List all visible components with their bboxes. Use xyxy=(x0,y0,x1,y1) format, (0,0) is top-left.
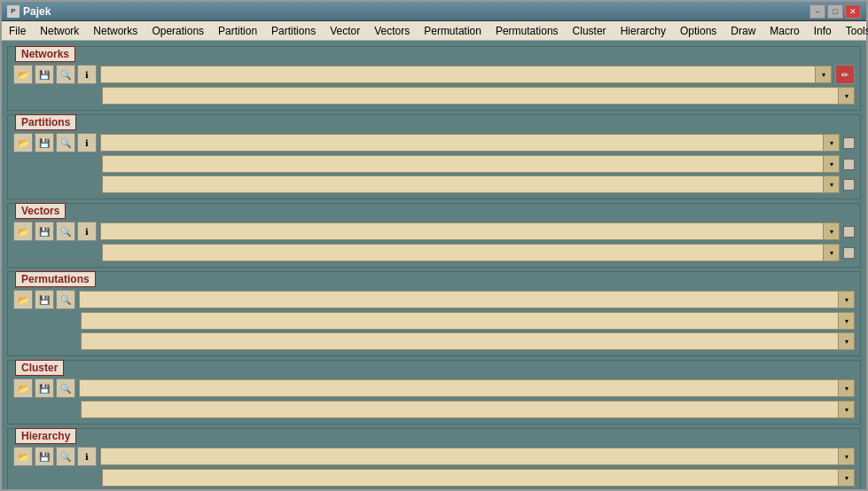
menu-file[interactable]: File xyxy=(2,21,33,40)
hierarchy-arrow2[interactable]: ▾ xyxy=(838,470,854,486)
permutations-icons: 📂 💾 🔍 xyxy=(13,290,75,309)
permutations-open-btn[interactable]: 📂 xyxy=(13,290,33,309)
maximize-button[interactable]: □ xyxy=(827,4,843,19)
vectors-label: Vectors xyxy=(15,203,66,219)
partitions-label: Partitions xyxy=(15,114,76,130)
partitions-main-row: 📂 💾 🔍 ℹ ▾ xyxy=(13,133,855,152)
permutations-arrow3[interactable]: ▾ xyxy=(838,333,854,349)
permutations-arrow1[interactable]: ▾ xyxy=(838,292,854,308)
permutations-search-btn[interactable]: 🔍 xyxy=(56,290,75,309)
cluster-arrow2[interactable]: ▾ xyxy=(838,401,854,417)
hierarchy-section: Hierarchy 📂 💾 🔍 ℹ ▾ ▾ xyxy=(7,428,861,489)
hierarchy-open-btn[interactable]: 📂 xyxy=(13,447,33,466)
hierarchy-body: 📂 💾 🔍 ℹ ▾ ▾ xyxy=(13,447,855,487)
menu-operations[interactable]: Operations xyxy=(145,21,211,40)
partitions-checkbox3[interactable] xyxy=(843,179,855,191)
permutations-dropdown1[interactable]: ▾ xyxy=(79,291,855,308)
vectors-arrow1[interactable]: ▾ xyxy=(823,223,839,239)
cluster-save-btn[interactable]: 💾 xyxy=(35,378,54,398)
partitions-search-btn[interactable]: 🔍 xyxy=(56,133,75,152)
vectors-dropdown2[interactable]: ▾ xyxy=(102,244,840,261)
networks-icons: 📂 💾 🔍 ℹ xyxy=(13,65,97,84)
menu-draw[interactable]: Draw xyxy=(723,21,762,40)
vectors-open-btn[interactable]: 📂 xyxy=(13,222,33,241)
hierarchy-save-btn[interactable]: 💾 xyxy=(35,447,54,466)
vectors-dropdown1[interactable]: ▾ xyxy=(100,222,840,240)
hierarchy-info-btn[interactable]: ℹ xyxy=(77,447,97,466)
vectors-save-btn[interactable]: 💾 xyxy=(35,222,54,241)
hierarchy-arrow1[interactable]: ▾ xyxy=(838,448,854,464)
partitions-checkbox1[interactable] xyxy=(843,137,855,149)
menu-vectors[interactable]: Vectors xyxy=(367,21,417,40)
menu-tools[interactable]: Tools xyxy=(839,21,868,40)
close-button[interactable]: ✕ xyxy=(845,4,861,19)
partitions-arrow1[interactable]: ▾ xyxy=(823,135,839,151)
permutations-row2: ▾ xyxy=(13,312,855,330)
app-icon: P xyxy=(7,5,20,18)
permutations-arrow2[interactable]: ▾ xyxy=(838,313,854,329)
menu-info[interactable]: Info xyxy=(807,21,839,40)
vectors-icons: 📂 💾 🔍 ℹ xyxy=(13,222,97,241)
partitions-arrow3[interactable]: ▾ xyxy=(823,176,839,192)
menu-partitions[interactable]: Partitions xyxy=(264,21,323,40)
main-content: Networks 📂 💾 🔍 ℹ ▾ ✏ xyxy=(2,41,866,489)
networks-pencil-btn[interactable]: ✏ xyxy=(835,65,855,84)
networks-extra-dropdown[interactable]: ▾ xyxy=(102,87,855,105)
cluster-dropdown1[interactable]: ▾ xyxy=(79,379,855,397)
partitions-section: Partitions 📂 💾 🔍 ℹ ▾ xyxy=(7,114,861,199)
menu-vector[interactable]: Vector xyxy=(323,21,367,40)
vectors-checkbox1[interactable] xyxy=(843,226,855,238)
networks-info-btn[interactable]: ℹ xyxy=(77,65,97,84)
menu-partition[interactable]: Partition xyxy=(211,21,264,40)
networks-main-row: 📂 💾 🔍 ℹ ▾ ✏ xyxy=(13,65,855,84)
permutations-save-btn[interactable]: 💾 xyxy=(35,290,54,309)
cluster-open-btn[interactable]: 📂 xyxy=(13,378,33,398)
cluster-section: Cluster 📂 💾 🔍 ▾ ▾ xyxy=(7,360,861,425)
permutations-dropdown3[interactable]: ▾ xyxy=(81,332,855,350)
cluster-row2: ▾ xyxy=(13,401,855,418)
cluster-dropdown2[interactable]: ▾ xyxy=(81,401,855,418)
networks-open-btn[interactable]: 📂 xyxy=(13,65,33,84)
networks-save-btn[interactable]: 💾 xyxy=(35,65,54,84)
menu-permutation[interactable]: Permutation xyxy=(417,21,489,40)
partitions-dropdown3[interactable]: ▾ xyxy=(102,175,840,193)
vectors-arrow2[interactable]: ▾ xyxy=(823,245,839,261)
menu-options[interactable]: Options xyxy=(673,21,723,40)
cluster-search-btn[interactable]: 🔍 xyxy=(56,378,75,398)
vectors-row2: ▾ xyxy=(13,244,855,261)
menu-hierarchy[interactable]: Hierarchy xyxy=(614,21,673,40)
vectors-checkbox2[interactable] xyxy=(843,247,855,259)
partitions-arrow2[interactable]: ▾ xyxy=(823,156,839,172)
vectors-info-btn[interactable]: ℹ xyxy=(77,222,97,241)
networks-search-btn[interactable]: 🔍 xyxy=(56,65,75,84)
partitions-info-btn[interactable]: ℹ xyxy=(77,133,97,152)
menu-networks[interactable]: Networks xyxy=(86,21,145,40)
menu-permutations[interactable]: Permutations xyxy=(489,21,566,40)
networks-label: Networks xyxy=(15,46,75,62)
menu-network[interactable]: Network xyxy=(33,21,86,40)
title-bar-left: P Pajek xyxy=(7,5,51,18)
vectors-search-btn[interactable]: 🔍 xyxy=(56,222,75,241)
partitions-dropdown1[interactable]: ▾ xyxy=(100,134,840,152)
hierarchy-search-btn[interactable]: 🔍 xyxy=(56,447,75,466)
hierarchy-main-row: 📂 💾 🔍 ℹ ▾ xyxy=(13,447,855,466)
networks-dropdown[interactable]: ▾ xyxy=(100,66,832,83)
vectors-section: Vectors 📂 💾 🔍 ℹ ▾ xyxy=(7,203,861,268)
permutations-row3: ▾ xyxy=(13,332,855,350)
hierarchy-dropdown2[interactable]: ▾ xyxy=(102,469,855,487)
hierarchy-dropdown1[interactable]: ▾ xyxy=(100,448,855,465)
networks-extra-arrow[interactable]: ▾ xyxy=(838,88,854,104)
vectors-body: 📂 💾 🔍 ℹ ▾ ▾ xyxy=(13,222,855,261)
networks-dropdown-arrow[interactable]: ▾ xyxy=(815,66,831,82)
minimize-button[interactable]: − xyxy=(809,4,825,19)
cluster-arrow1[interactable]: ▾ xyxy=(838,380,854,396)
permutations-dropdown2[interactable]: ▾ xyxy=(81,312,855,330)
partitions-dropdown2[interactable]: ▾ xyxy=(102,155,840,173)
partitions-save-btn[interactable]: 💾 xyxy=(35,133,54,152)
menu-cluster[interactable]: Cluster xyxy=(566,21,614,40)
partitions-open-btn[interactable]: 📂 xyxy=(13,133,33,152)
networks-section: Networks 📂 💾 🔍 ℹ ▾ ✏ xyxy=(7,46,861,111)
partitions-checkbox2[interactable] xyxy=(843,159,855,170)
title-bar: P Pajek − □ ✕ xyxy=(2,2,866,21)
menu-macro[interactable]: Macro xyxy=(762,21,806,40)
